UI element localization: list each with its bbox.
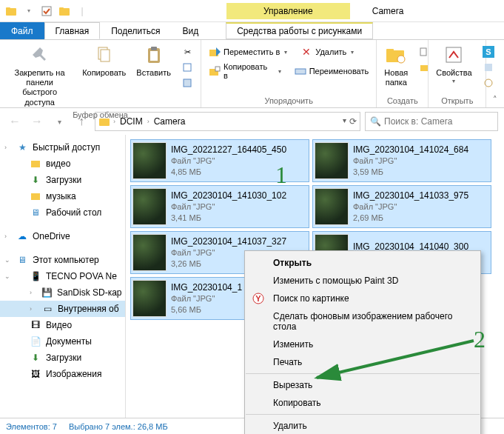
sidebar-item-downloads[interactable]: ⬇Загрузки xyxy=(0,172,125,188)
sidebar-item-internal[interactable]: ›▭Внутренняя об xyxy=(0,301,125,317)
title-bar: ▾ | Управление Camera xyxy=(0,0,504,22)
svg-rect-28 xyxy=(31,193,40,200)
move-to-icon xyxy=(209,46,221,58)
ctx-print[interactable]: Печать xyxy=(245,353,480,371)
navigation-pane: ›★Быстрый доступ видео ⬇Загрузки музыка … xyxy=(0,135,126,418)
chevron-right-icon[interactable]: › xyxy=(30,289,32,296)
sidebar-item-music[interactable]: музыка xyxy=(0,188,125,204)
copy-path-small-button[interactable] xyxy=(178,60,196,75)
tab-share[interactable]: Поделиться xyxy=(100,22,171,39)
ribbon-group-open: Свойства▾ S Открыть xyxy=(429,40,486,107)
file-item[interactable]: IMG_20230104_141024_684Файл "JPG"3,59 МБ xyxy=(312,139,491,182)
tab-view[interactable]: Вид xyxy=(171,22,209,39)
ctx-separator xyxy=(246,414,480,415)
sidebar-item-desktop[interactable]: 🖥Рабочий стол xyxy=(0,204,125,221)
drive-icon: ▭ xyxy=(41,303,53,315)
cut-small-button[interactable]: ✂ xyxy=(178,44,196,59)
phone-icon: 📱 xyxy=(30,270,41,282)
svg-rect-27 xyxy=(31,161,40,167)
svg-rect-20 xyxy=(420,65,428,71)
copy-to-button[interactable]: Копировать в▾ xyxy=(206,61,284,81)
refresh-icon[interactable]: ⟳ xyxy=(349,116,357,127)
new-folder-icon xyxy=(384,43,408,67)
search-box[interactable]: 🔍 xyxy=(365,112,498,131)
pin-quick-access-button[interactable]: Закрепить на панели быстрого доступа xyxy=(4,41,75,109)
search-icon: 🔍 xyxy=(370,116,381,127)
ctx-open[interactable]: Открыть xyxy=(245,254,480,272)
tab-file[interactable]: Файл xyxy=(0,22,44,39)
chevron-right-icon[interactable]: › xyxy=(4,233,7,240)
sidebar-quick-access[interactable]: ›★Быстрый доступ xyxy=(0,139,125,156)
file-name: IMG_20230104_141037_327 xyxy=(171,236,286,247)
properties-button[interactable]: Свойства▾ xyxy=(433,41,474,87)
svg-text:Y: Y xyxy=(255,294,261,303)
sidebar-item-sandisk[interactable]: ›💾SanDisk SD-кар xyxy=(0,284,125,301)
new-folder-button[interactable]: Новая папка xyxy=(381,41,411,89)
ribbon-group-new-label: Создать xyxy=(387,96,418,105)
svg-rect-10 xyxy=(184,64,191,71)
sidebar-item-video[interactable]: видео xyxy=(0,156,125,172)
address-dropdown-icon[interactable]: ▾ xyxy=(343,116,346,127)
tab-home[interactable]: Главная xyxy=(44,22,101,39)
file-size: 5,66 МБ xyxy=(171,304,242,316)
file-name: IMG_20230104_141024_684 xyxy=(353,144,468,156)
file-item[interactable]: IMG_20230104_141030_102Файл "JPG"3,41 МБ xyxy=(130,185,309,228)
rename-button[interactable]: Переименовать xyxy=(292,61,372,81)
svg-rect-17 xyxy=(386,49,394,52)
ctx-copy[interactable]: Копировать xyxy=(245,394,480,412)
chevron-right-icon[interactable]: › xyxy=(4,144,7,151)
file-type: Файл "JPG" xyxy=(353,156,468,167)
file-item[interactable]: IMG_20221227_164405_450Файл "JPG"4,85 МБ xyxy=(130,139,309,182)
chevron-down-icon[interactable]: ⌄ xyxy=(4,256,10,264)
ribbon-group-clipboard-label: Буфер обмена xyxy=(73,110,128,119)
qat-checkbox-icon[interactable] xyxy=(38,3,55,19)
paste-shortcut-small-button[interactable] xyxy=(178,76,196,90)
sidebar-item-documents[interactable]: 📄Документы xyxy=(0,333,125,350)
shortcut-icon xyxy=(181,77,193,89)
ribbon-group-organize: Переместить в▾ ✕Удалить▾ Копировать в▾ П… xyxy=(201,40,377,107)
ctx-edit[interactable]: Изменить xyxy=(245,335,480,353)
qat-dropdown-icon[interactable]: ▾ xyxy=(21,3,37,19)
sidebar-item-downloads2[interactable]: ⬇Загрузки xyxy=(0,350,125,366)
sidebar-item-tecno[interactable]: ⌄📱TECNO POVA Ne xyxy=(0,268,125,284)
context-menu: Открыть Изменить с помощью Paint 3D YПои… xyxy=(244,250,481,434)
ctx-edit-paint3d[interactable]: Изменить с помощью Paint 3D xyxy=(245,272,480,290)
ribbon-tabs: Файл Главная Поделиться Вид Средства раб… xyxy=(0,22,504,40)
paste-button[interactable]: Вставить xyxy=(133,41,174,79)
ribbon-group-open-label: Открыть xyxy=(441,96,473,105)
file-size: 2,69 МБ xyxy=(353,213,468,224)
search-input[interactable] xyxy=(384,116,495,127)
qat-folder-icon[interactable] xyxy=(3,3,19,19)
file-size: 3,59 МБ xyxy=(353,167,468,178)
chevron-right-icon[interactable]: › xyxy=(30,305,32,313)
sidebar-item-videos[interactable]: 🎞Видео xyxy=(0,317,125,333)
chevron-down-icon[interactable]: ⌄ xyxy=(4,273,10,280)
delete-button[interactable]: ✕Удалить▾ xyxy=(298,44,357,59)
ctx-search-image[interactable]: YПоиск по картинке xyxy=(245,290,480,307)
ctx-cut[interactable]: Вырезать xyxy=(245,376,480,394)
copy-button[interactable]: Копировать xyxy=(79,41,129,79)
file-name: IMG_20221227_164405_450 xyxy=(171,144,286,156)
ribbon-collapse-button[interactable]: ˄ xyxy=(486,40,504,107)
sidebar-item-pictures[interactable]: 🖼Изображения xyxy=(0,366,125,382)
file-size: 4,85 МБ xyxy=(171,167,286,178)
svg-point-18 xyxy=(397,56,405,63)
file-thumbnail xyxy=(132,234,167,271)
downloads-icon: ⬇ xyxy=(30,174,41,186)
tab-picture-tools[interactable]: Средства работы с рисунками xyxy=(226,22,373,39)
svg-rect-1 xyxy=(6,7,10,10)
sidebar-onedrive[interactable]: ›☁OneDrive xyxy=(0,228,125,244)
paste-icon xyxy=(142,43,166,67)
file-item[interactable]: IMG_20230104_141033_975Файл "JPG"2,69 МБ xyxy=(312,185,491,228)
star-icon: ★ xyxy=(16,141,28,153)
documents-icon: 📄 xyxy=(30,335,41,347)
ctx-delete[interactable]: Удалить xyxy=(245,417,480,434)
ctx-set-desktop-bg[interactable]: Сделать фоновым изображением рабочего ст… xyxy=(245,307,480,335)
pictures-icon: 🖼 xyxy=(30,368,41,380)
sidebar-this-pc[interactable]: ⌄🖥Этот компьютер xyxy=(0,252,125,268)
svg-rect-15 xyxy=(295,69,306,74)
move-to-button[interactable]: Переместить в▾ xyxy=(206,44,290,59)
qat-folder2-icon[interactable] xyxy=(56,3,73,19)
file-thumbnail xyxy=(132,142,167,179)
file-name: IMG_20230104_141030_102 xyxy=(171,190,286,201)
